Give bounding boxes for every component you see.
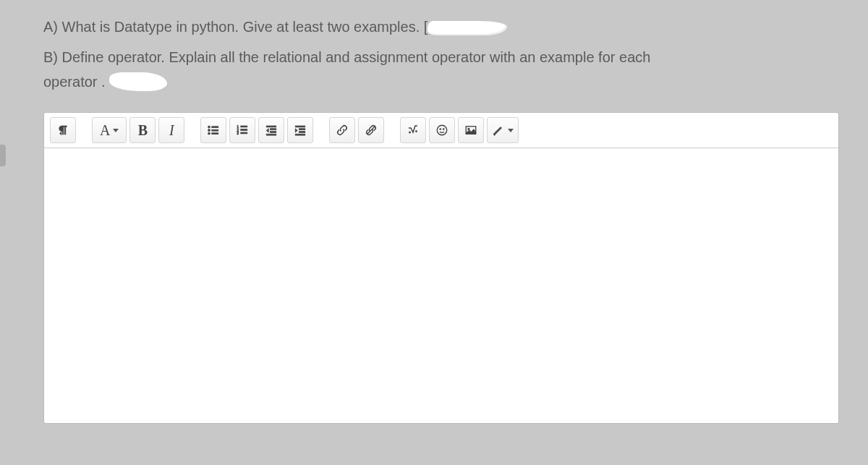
emoticon-button[interactable]	[429, 117, 455, 143]
svg-rect-5	[212, 133, 218, 135]
svg-point-2	[208, 129, 210, 132]
italic-label: I	[169, 122, 174, 139]
paragraph-icon	[56, 124, 69, 137]
image-button[interactable]	[458, 117, 484, 143]
page-nav-band	[0, 145, 6, 166]
redaction-mark	[109, 72, 167, 91]
question-a: A) What is Datatype in python. Give at l…	[43, 14, 839, 39]
numbered-list-icon: 1 2 3	[236, 124, 249, 137]
svg-point-23	[438, 125, 448, 135]
svg-point-4	[208, 132, 210, 135]
italic-button[interactable]: I	[158, 117, 184, 143]
svg-point-21	[416, 130, 417, 132]
question-b-text-2: operator .	[43, 74, 109, 90]
question-b-text-1: B) Define operator. Explain all the rela…	[43, 49, 650, 65]
bullet-list-icon	[207, 124, 220, 137]
outdent-button[interactable]	[258, 117, 284, 143]
svg-rect-9	[241, 129, 247, 131]
svg-rect-3	[212, 129, 218, 131]
svg-rect-17	[299, 129, 305, 130]
outdent-icon	[265, 124, 278, 137]
svg-point-27	[468, 128, 470, 130]
link-icon	[336, 124, 349, 137]
svg-rect-19	[296, 134, 306, 135]
paragraph-format-button[interactable]	[50, 117, 76, 143]
unlink-icon	[365, 124, 378, 137]
rich-text-editor: A B I	[43, 112, 839, 424]
question-b: B) Define operator. Explain all the rela…	[43, 45, 839, 94]
font-color-label: A	[100, 122, 110, 139]
bold-label: B	[138, 122, 148, 139]
svg-rect-11	[241, 132, 247, 134]
question-a-text: A) What is Datatype in python. Give at l…	[43, 19, 427, 35]
equation-icon	[407, 124, 420, 137]
indent-icon	[294, 124, 307, 137]
svg-rect-16	[296, 126, 306, 127]
question-prompt: A) What is Datatype in python. Give at l…	[43, 14, 839, 94]
svg-point-25	[443, 129, 445, 130]
svg-point-0	[208, 126, 210, 128]
svg-rect-15	[267, 134, 277, 135]
svg-text:3: 3	[237, 132, 239, 135]
chevron-down-icon	[508, 129, 514, 132]
editor-textarea[interactable]	[44, 148, 838, 423]
svg-rect-1	[212, 127, 218, 128]
svg-rect-18	[299, 132, 305, 133]
unlink-button[interactable]	[358, 117, 384, 143]
svg-rect-13	[271, 129, 276, 130]
redaction-mark	[427, 20, 507, 37]
svg-point-24	[440, 129, 441, 130]
svg-point-22	[409, 132, 411, 133]
smile-icon	[435, 124, 448, 137]
content-area: A) What is Datatype in python. Give at l…	[43, 0, 839, 424]
chevron-down-icon	[113, 129, 119, 132]
svg-rect-14	[271, 132, 276, 133]
indent-button[interactable]	[287, 117, 313, 143]
unordered-list-button[interactable]	[200, 117, 226, 143]
highlighter-icon	[492, 124, 505, 137]
equation-button[interactable]	[400, 117, 426, 143]
ordered-list-button[interactable]: 1 2 3	[229, 117, 255, 143]
svg-rect-7	[241, 126, 247, 127]
highlight-button[interactable]	[487, 117, 519, 143]
svg-rect-12	[267, 126, 277, 127]
editor-toolbar: A B I	[44, 113, 838, 148]
link-button[interactable]	[329, 117, 355, 143]
font-color-button[interactable]: A	[92, 117, 127, 143]
bold-button[interactable]: B	[129, 117, 156, 143]
image-icon	[464, 124, 477, 137]
